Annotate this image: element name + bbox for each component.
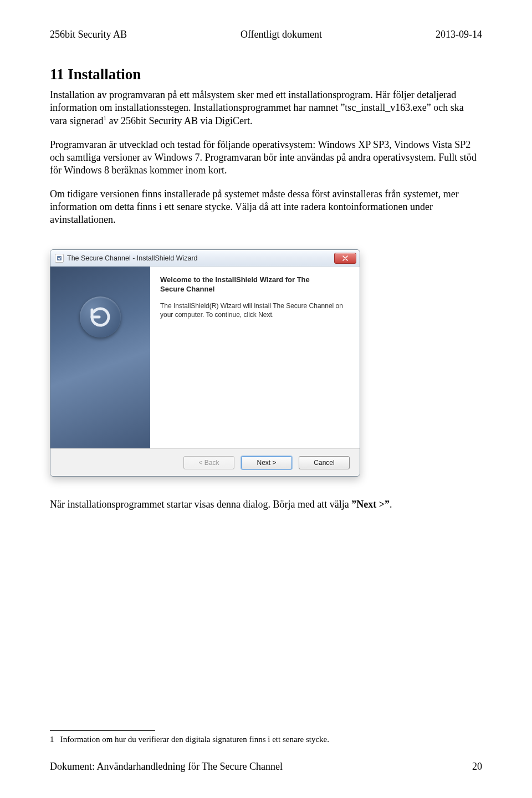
paragraph-1b: av 256bit Security AB via DigiCert. (106, 115, 252, 126)
close-button[interactable] (334, 253, 356, 264)
back-button[interactable]: < Back (183, 456, 234, 469)
dialog-titlebar: The Secure Channel - InstallShield Wizar… (50, 250, 360, 267)
paragraph-1: Installation av programvaran på ett måls… (50, 89, 482, 127)
paragraph-3: Om tidigare versionen finns installerade… (50, 188, 482, 226)
dialog-main-panel: Welcome to the InstallShield Wizard for … (150, 267, 360, 448)
dialog-button-row: < Back Next > Cancel (50, 448, 360, 476)
installer-screenshot: The Secure Channel - InstallShield Wizar… (50, 249, 482, 477)
paragraph-2: Programvaran är utvecklad och testad för… (50, 139, 482, 177)
footnote-number: 1 (50, 735, 54, 744)
footnote-divider (50, 730, 155, 731)
page-header: 256bit Security AB Offentligt dokument 2… (50, 29, 482, 40)
next-button[interactable]: Next > (241, 456, 292, 469)
page-footer: Dokument: Användarhandledning för The Se… (50, 761, 482, 773)
page-number: 20 (472, 761, 482, 773)
header-right: 2013-09-14 (436, 29, 482, 40)
install-wizard-dialog: The Secure Channel - InstallShield Wizar… (50, 249, 360, 477)
dialog-title: The Secure Channel - InstallShield Wizar… (67, 254, 198, 262)
footnote-text: Information om hur du verifierar den dig… (60, 735, 329, 744)
dialog-sidebar-graphic (50, 267, 150, 448)
dialog-info-text: The InstallShield(R) Wizard will install… (160, 301, 349, 319)
dialog-welcome-heading: Welcome to the InstallShield Wizard for … (160, 275, 349, 294)
header-left: 256bit Security AB (50, 29, 127, 40)
cancel-button[interactable]: Cancel (299, 456, 350, 469)
installer-icon (55, 254, 64, 263)
footer-left: Dokument: Användarhandledning för The Se… (50, 761, 283, 773)
section-heading: 11 Installation (50, 66, 482, 83)
welcome-line-2: Secure Channel (160, 285, 214, 293)
caption-post: . (390, 499, 392, 510)
footnote-1: 1 Information om hur du verifierar den d… (50, 734, 482, 745)
install-badge-icon (80, 296, 121, 337)
screenshot-caption: När installationsprogrammet startar visa… (50, 499, 482, 510)
welcome-line-1: Welcome to the InstallShield Wizard for … (160, 275, 310, 284)
caption-pre: När installationsprogrammet startar visa… (50, 499, 351, 510)
header-center: Offentligt dokument (241, 29, 322, 40)
caption-bold: ”Next >” (351, 499, 390, 510)
